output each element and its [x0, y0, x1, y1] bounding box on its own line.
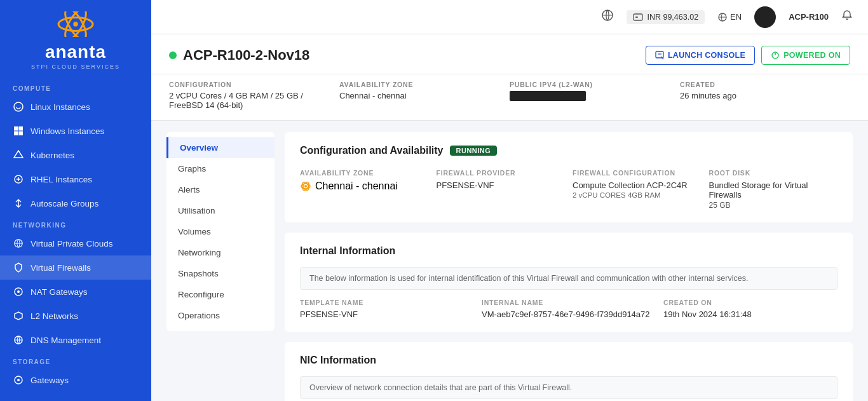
fc-col-val2: 2 vCPU CORES 4GB RAM: [573, 191, 702, 199]
svg-marker-9: [14, 151, 23, 158]
svg-rect-19: [635, 17, 638, 18]
col-created-on: CREATED ON 19th Nov 2024 16:31:48: [663, 299, 837, 319]
sidebar-item-l2-networks[interactable]: L2 Networks: [0, 304, 151, 328]
kubernetes-icon: [13, 149, 24, 161]
tn-label: TEMPLATE NAME: [300, 299, 474, 306]
svg-rect-8: [19, 132, 24, 136]
config-label: CONFIGURATION: [169, 81, 339, 88]
nav-snapshots[interactable]: Snapshots: [166, 263, 275, 284]
col-internal-name: INTERNAL NAME VM-aeb7c9ef-8757-46e7-9496…: [482, 299, 656, 319]
section-storage: STORAGE: [0, 352, 151, 368]
nav-alerts[interactable]: Alerts: [166, 179, 275, 200]
meta-configuration: CONFIGURATION 2 vCPU Cores / 4 GB RAM / …: [169, 81, 339, 110]
sidebar-item-kubernetes[interactable]: Kubernetes: [0, 143, 151, 167]
created-label: CREATED: [680, 81, 850, 88]
main-area: INR 99,463.02 EN ACP-R100 ACP-R100-2-Nov…: [151, 0, 868, 401]
gateways-icon: [13, 374, 24, 386]
windows-icon: [13, 125, 24, 137]
nic-info-card: NIC Information Overview of network conn…: [285, 342, 853, 401]
az-col-value: Chennai - chennai: [300, 180, 429, 192]
nav-utilisation[interactable]: Utilisation: [166, 200, 275, 221]
svg-rect-21: [656, 51, 663, 58]
nav-reconfigure[interactable]: Reconfigure: [166, 284, 275, 305]
nav-graphs[interactable]: Graphs: [166, 158, 275, 179]
l2-icon: [13, 310, 24, 322]
az-label: AVAILABILITY ZONE: [339, 81, 510, 88]
section-networking: NETWORKING: [0, 215, 151, 231]
detail-nav: Overview Graphs Alerts Utilisation Volum…: [166, 132, 275, 331]
ip-label: PUBLIC IPV4 (L2-WAN): [510, 81, 680, 88]
az-col-label: AVAILABILITY ZONE: [300, 169, 429, 177]
sidebar-item-dns-management[interactable]: DNS Management: [0, 328, 151, 352]
internal-card-title: Internal Information: [300, 245, 837, 257]
col-availability-zone: AVAILABILITY ZONE Chennai - chennai: [300, 169, 429, 210]
launch-console-button[interactable]: LAUNCH CONSOLE: [646, 46, 755, 65]
sidebar-item-virtual-firewalls[interactable]: Virtual Firewalls: [0, 255, 151, 280]
svg-rect-5: [14, 126, 18, 131]
fc-col-label: FIREWALL CONFIGURATION: [573, 169, 702, 177]
nat-gateways-label: NAT Gateways: [31, 287, 88, 297]
svg-rect-7: [14, 132, 18, 136]
internal-grid: TEMPLATE NAME PFSENSE-VNF INTERNAL NAME …: [300, 299, 837, 319]
autoscale-icon: [13, 198, 24, 209]
nav-volumes[interactable]: Volumes: [166, 221, 275, 242]
globe-icon[interactable]: [601, 9, 614, 25]
logo-sub: STPI CLOUD SERVICES: [31, 64, 120, 70]
dns-management-label: DNS Management: [31, 336, 101, 345]
powered-on-label: POWERED ON: [783, 51, 841, 60]
linux-icon: [13, 101, 24, 112]
sidebar-item-windows-instances[interactable]: Windows Instances: [0, 119, 151, 143]
vpc-icon: [13, 238, 24, 249]
rhel-icon: [13, 173, 24, 185]
language-value: EN: [730, 12, 742, 22]
linux-instances-label: Linux Instances: [31, 102, 90, 112]
sidebar-item-nat-gateways[interactable]: NAT Gateways: [0, 280, 151, 304]
sidebar-item-vpc[interactable]: Virtual Private Clouds: [0, 231, 151, 255]
ip-value-redacted: [510, 91, 586, 101]
virtual-firewalls-label: Virtual Firewalls: [31, 263, 91, 273]
language-selector[interactable]: EN: [717, 12, 742, 22]
internal-note: The below information is used for intern…: [300, 267, 837, 290]
dns-icon: [13, 334, 24, 346]
meta-public-ip: PUBLIC IPV4 (L2-WAN): [510, 81, 680, 110]
nic-card-title: NIC Information: [300, 355, 837, 366]
nav-overview[interactable]: Overview: [166, 137, 275, 158]
svg-point-4: [14, 102, 23, 111]
svg-point-16: [17, 379, 20, 381]
vpc-label: Virtual Private Clouds: [31, 239, 113, 248]
autoscale-groups-label: Autoscale Groups: [31, 199, 98, 208]
nic-title-text: NIC Information: [300, 355, 376, 366]
in-label: INTERNAL NAME: [482, 299, 656, 306]
running-badge: RUNNING: [450, 146, 498, 156]
sidebar-item-gateways[interactable]: Gateways: [0, 368, 151, 392]
kubernetes-label: Kubernetes: [31, 151, 74, 160]
launch-console-label: LAUNCH CONSOLE: [668, 51, 745, 60]
sidebar-item-autoscale-groups[interactable]: Autoscale Groups: [0, 191, 151, 215]
col-template-name: TEMPLATE NAME PFSENSE-VNF: [300, 299, 474, 319]
nav-operations[interactable]: Operations: [166, 305, 275, 326]
bell-icon[interactable]: [841, 10, 853, 24]
detail-panel: Configuration and Availability RUNNING A…: [285, 132, 853, 401]
meta-availability-zone: AVAILABILITY ZONE Chennai - chennai: [339, 81, 510, 110]
header-actions: LAUNCH CONSOLE POWERED ON: [646, 46, 850, 65]
fp-col-val: PFSENSE-VNF: [437, 180, 566, 190]
sidebar-item-linux-instances[interactable]: Linux Instances: [0, 95, 151, 119]
powered-on-button[interactable]: POWERED ON: [761, 46, 850, 65]
gateways-label: Gateways: [31, 376, 69, 385]
col-root-disk: ROOT DISK Bundled Storage for Virtual Fi…: [709, 169, 838, 210]
section-compute: COMPUTE: [0, 79, 151, 95]
sidebar-item-rhel-instances[interactable]: RHEL Instances: [0, 167, 151, 191]
internal-title-text: Internal Information: [300, 245, 395, 257]
logo-area: ananta STPI CLOUD SERVICES: [0, 0, 151, 79]
user-name: ACP-R100: [789, 12, 829, 22]
svg-marker-13: [15, 312, 22, 320]
col-firewall-config: FIREWALL CONFIGURATION Compute Collectio…: [573, 169, 702, 210]
logo-name: ananta: [31, 42, 120, 62]
svg-point-26: [304, 185, 307, 187]
nav-networking[interactable]: Networking: [166, 242, 275, 263]
svg-point-3: [73, 22, 78, 27]
sidebar: ananta STPI CLOUD SERVICES COMPUTE Linux…: [0, 0, 151, 401]
instance-title: ACP-R100-2-Nov18: [169, 47, 309, 64]
l2-networks-label: L2 Networks: [31, 311, 78, 321]
fc-col-val1: Compute Collection ACP-2C4R: [573, 180, 702, 190]
